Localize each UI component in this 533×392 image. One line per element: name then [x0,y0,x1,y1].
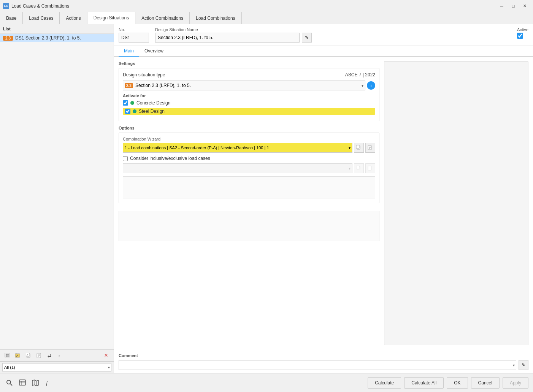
sub-tab-bar: Main Overview [114,46,533,57]
situation-type-label: Design situation type [123,72,165,77]
svg-text:✓: ✓ [26,353,29,357]
exchange-button[interactable]: ⇄ [45,351,55,360]
asce-value: ASCE 7 | 2022 [345,72,375,77]
steel-checkbox[interactable] [125,109,130,114]
paste-button[interactable] [34,351,44,360]
disabled-edit-button [365,163,375,173]
disabled-chevron-icon: ▾ [349,166,351,171]
bottom-toolbar: ƒ Calculate Calculate All OK Cancel Appl… [0,373,533,392]
disabled-combo-row: ▾ [123,163,375,173]
renumber-button[interactable]: ↕ [56,351,65,360]
calculate-all-button[interactable]: Calculate All [404,377,444,389]
minimize-button[interactable]: ─ [497,2,507,10]
tab-actions[interactable]: Actions [60,12,87,24]
svg-rect-26 [19,380,25,385]
active-section: Active [517,27,528,39]
bottom-buttons: Calculate Calculate All OK Cancel Apply [368,377,528,389]
situation-text: Section 2.3 (LRFD), 1. to 5. [135,83,191,88]
concrete-dot-icon [130,101,134,105]
svg-text:↕: ↕ [58,353,60,358]
calculate-button[interactable]: Calculate [368,377,401,389]
info-icon[interactable]: i [367,81,375,90]
lower-empty-area [119,211,379,241]
close-button[interactable]: ✕ [519,2,530,10]
info-row: No. Design Situation Name ✎ Active [114,24,533,46]
svg-text:▤: ▤ [6,353,9,357]
add-button[interactable]: ▤ [2,351,12,360]
situation-badge: 2.3 [125,83,133,88]
situation-dropdown-row: 2.3 Section 2.3 (LRFD), 1. to 5. ▾ i [123,81,375,90]
main-content: Settings Design situation type ASCE 7 | … [119,61,379,345]
dropdown-chevron-icon: ▾ [362,84,363,88]
maximize-button[interactable]: □ [508,2,519,10]
wizard-edit-button[interactable] [365,143,375,153]
tab-action-combinations[interactable]: Action Combinations [135,12,190,24]
steel-dot-icon [133,109,136,113]
svg-marker-30 [32,380,38,386]
tab-base[interactable]: Base [0,12,23,24]
title-bar: LC Load Cases & Combinations ─ □ ✕ [0,0,533,12]
sub-tab-main[interactable]: Main [119,46,139,57]
delete-button[interactable]: ✕ [102,351,111,360]
consider-checkbox[interactable] [123,156,128,161]
activate-label: Activate for [123,93,375,98]
wizard-dropdown[interactable]: 1 - Load combinations | SA2 - Second-ord… [123,143,352,153]
function-icon[interactable]: ƒ [43,378,53,388]
options-box: Combination Wizard 1 - Load combinations… [119,133,379,203]
wizard-copy-button[interactable] [354,143,364,153]
edit-name-button[interactable]: ✎ [302,33,312,43]
name-field: Design Situation Name ✎ [155,27,312,43]
concrete-row: Concrete Design [123,100,375,106]
open-button[interactable]: ↗ [13,351,23,360]
comment-select[interactable] [119,360,516,370]
search-icon[interactable] [5,378,14,388]
svg-text:⇄: ⇄ [48,353,51,358]
consider-label: Consider inclusive/exclusive load cases [130,156,210,161]
no-input[interactable] [119,33,149,43]
wizard-chevron-icon: ▾ [349,146,351,150]
apply-button[interactable]: Apply [503,377,528,389]
no-label: No. [119,27,149,32]
situation-dropdown[interactable]: 2.3 Section 2.3 (LRFD), 1. to 5. ▾ [123,81,365,90]
wizard-label: Combination Wizard [123,137,375,141]
settings-box: Design situation type ASCE 7 | 2022 2.3 … [119,68,379,121]
svg-text:✕: ✕ [104,353,108,358]
name-input[interactable] [155,33,300,43]
concrete-label: Concrete Design [136,100,170,106]
right-sidebar [384,61,528,345]
left-toolbar: ▤ ↗ ✓ ⇄ ↕ ✕ [0,349,114,361]
steel-label: Steel Design [139,109,165,114]
comment-label: Comment [119,353,528,358]
right-panel: No. Design Situation Name ✎ Active Main … [114,24,533,373]
sub-tab-overview[interactable]: Overview [139,46,169,57]
svg-rect-23 [368,166,371,170]
app-icon: LC [3,3,9,9]
wizard-row: Combination Wizard 1 - Load combinations… [123,137,375,153]
comment-edit-button[interactable]: ✎ [519,360,528,370]
map-icon[interactable] [30,378,40,388]
active-checkbox[interactable] [517,33,523,39]
steel-row: Steel Design [123,108,375,115]
filter-select[interactable]: All (1) [2,363,111,371]
content-area: Settings Design situation type ASCE 7 | … [114,57,533,350]
table-icon[interactable] [17,378,27,388]
activate-section: Activate for Concrete Design Steel Desig… [123,93,375,115]
tab-design-situations[interactable]: Design Situations [87,12,135,24]
tab-load-combinations[interactable]: Load Combinations [190,12,241,24]
list-item[interactable]: 2.3 DS1 Section 2.3 (LRFD), 1. to 5. [0,34,114,42]
list-header: List [0,24,114,34]
tab-load-cases[interactable]: Load Cases [23,12,60,24]
ok-button[interactable]: OK [447,377,468,389]
cancel-button[interactable]: Cancel [471,377,500,389]
active-label: Active [517,27,528,32]
settings-label: Settings [119,61,379,66]
comment-section: Comment ▾ ✎ [114,350,533,373]
svg-text:ƒ: ƒ [46,380,49,386]
concrete-checkbox[interactable] [123,100,128,106]
list-items: 2.3 DS1 Section 2.3 (LRFD), 1. to 5. [0,34,114,349]
copy-button[interactable]: ✓ [24,351,33,360]
left-panel: List 2.3 DS1 Section 2.3 (LRFD), 1. to 5… [0,24,114,373]
name-label: Design Situation Name [155,27,312,32]
svg-point-24 [7,380,11,384]
window-title: Load Cases & Combinations [11,3,69,9]
